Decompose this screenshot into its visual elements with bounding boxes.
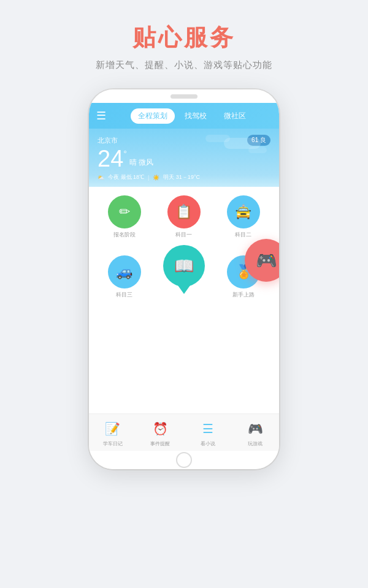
weather-section: 北京市 61 良 24° 晴 微风 ⛅ 今夜 最低 18℃ | ☀️ 明天 31… [89, 129, 279, 187]
icon-book-circle: 📖 [163, 245, 205, 287]
icon-baoming-label: 报名阶段 [113, 231, 136, 239]
game-label: 玩游戏 [248, 440, 263, 447]
bottom-item-game[interactable]: 🎮 玩游戏 [245, 419, 265, 447]
icon-kemu2-circle: 🚖 [227, 195, 260, 228]
icon-kemu1-circle: 📋 [167, 195, 201, 228]
weather-deg: ° [123, 149, 127, 158]
phone-top-bar [89, 89, 279, 103]
icon-xinshoushanlu-label: 新手上路 [232, 291, 255, 299]
phone-home-button[interactable] [176, 452, 192, 468]
icon-baoming-circle: ✏ [108, 195, 141, 228]
icon-kemu2[interactable]: 🚖 科目二 [224, 195, 263, 239]
phone-speaker [171, 94, 197, 99]
weather-div: | [148, 175, 149, 181]
game-icon: 🎮 [245, 419, 265, 439]
weather-aqi: 61 良 [247, 135, 270, 146]
icon-kemu3-circle: 🚙 [108, 255, 141, 288]
weather-forecast: ⛅ 今夜 最低 18℃ | ☀️ 明天 31－19°C [98, 173, 270, 181]
weather-temp: 24° [98, 147, 127, 170]
weather-cloud-icon: ⛅ [98, 175, 104, 181]
menu-icon[interactable]: ☰ [96, 109, 106, 123]
tab-zhaojiaoxiao[interactable]: 找驾校 [177, 108, 214, 124]
icon-kemu2-label: 科目二 [235, 231, 251, 239]
novel-label: 看小说 [201, 440, 215, 447]
bottom-item-reminder[interactable]: ⏰ 事件提醒 [150, 419, 170, 447]
icon-book-float[interactable]: 📖 [163, 245, 205, 299]
weather-tonight: 今夜 最低 18℃ [108, 173, 144, 181]
icons-row-1: ✏ 报名阶段 📋 科目一 🚖 科目二 [95, 195, 273, 239]
page-title: 贴心服务 [132, 22, 236, 53]
tab-quancheng[interactable]: 全程策划 [131, 108, 175, 124]
icon-kemu1-label: 科目一 [175, 231, 192, 239]
weather-main-row: 24° 晴 微风 [98, 147, 270, 170]
icons-section: ✏ 报名阶段 📋 科目一 🚖 科目二 🚙 科目三 📖 [89, 187, 279, 413]
nav-tabs: 全程策划 找驾校 微社区 [112, 108, 272, 124]
bottom-item-novel[interactable]: ☰ 看小说 [198, 419, 218, 447]
bottom-bar: 📝 学车日记 ⏰ 事件提醒 ☰ 看小说 🎮 玩游戏 [89, 413, 279, 451]
reminder-label: 事件提醒 [150, 440, 170, 447]
tab-weishequ[interactable]: 微社区 [217, 108, 253, 124]
weather-desc: 晴 微风 [129, 157, 153, 170]
reminder-icon: ⏰ [150, 419, 170, 439]
weather-top-row: 北京市 61 良 [98, 135, 270, 146]
icon-kemu3-label: 科目三 [116, 291, 132, 299]
diary-label: 学车日记 [103, 440, 123, 447]
weather-city: 北京市 [98, 136, 118, 145]
weather-tomorrow: 明天 31－19°C [163, 173, 200, 181]
phone-frame: ☰ 全程策划 找驾校 微社区 北京市 61 良 24° 晴 微风 ⛅ 今夜 最低… [89, 89, 279, 469]
icon-kemu3[interactable]: 🚙 科目三 [105, 255, 144, 299]
icon-kemu1[interactable]: 📋 科目一 [164, 195, 204, 239]
bottom-item-diary[interactable]: 📝 学车日记 [103, 419, 123, 447]
weather-sun-icon: ☀️ [153, 175, 159, 181]
page-subtitle: 新增天气、提醒、小说、游戏等贴心功能 [96, 59, 272, 71]
phone-bottom-bar [89, 451, 279, 469]
diary-icon: 📝 [103, 419, 123, 439]
novel-icon: ☰ [198, 419, 218, 439]
app-navbar: ☰ 全程策划 找驾校 微社区 [89, 103, 279, 129]
icon-baoming[interactable]: ✏ 报名阶段 [105, 195, 144, 239]
